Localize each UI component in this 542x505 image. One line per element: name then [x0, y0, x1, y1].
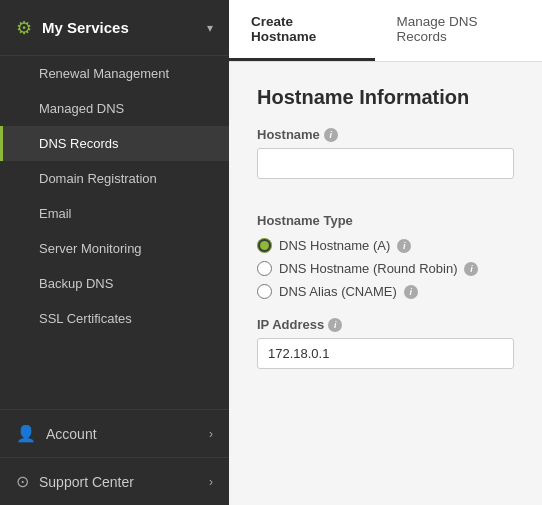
sidebar-item-ssl-certificates[interactable]: SSL Certificates: [0, 301, 229, 336]
radio-label-a: DNS Hostname (A): [279, 238, 390, 253]
hostname-label: Hostname i: [257, 127, 514, 142]
account-label: Account: [46, 426, 209, 442]
form-area: Hostname Information Hostname i Hostname…: [229, 62, 542, 427]
sidebar-item-managed-dns[interactable]: Managed DNS: [0, 91, 229, 126]
hostname-a-info-icon[interactable]: i: [397, 239, 411, 253]
ip-address-input[interactable]: [257, 338, 514, 369]
sidebar-item-email[interactable]: Email: [0, 196, 229, 231]
hostname-cname-info-icon[interactable]: i: [404, 285, 418, 299]
radio-dns-hostname-a[interactable]: DNS Hostname (A) i: [257, 238, 514, 253]
radio-input-a[interactable]: [257, 238, 272, 253]
radio-label-rr: DNS Hostname (Round Robin): [279, 261, 457, 276]
hostname-type-section: Hostname Type DNS Hostname (A) i DNS Hos…: [257, 213, 514, 299]
account-icon: 👤: [16, 424, 36, 443]
ip-address-group: IP Address i: [257, 317, 514, 387]
chevron-right-icon: ›: [209, 475, 213, 489]
sidebar-item-label: Renewal Management: [39, 66, 169, 81]
gear-icon: ⚙: [16, 17, 32, 39]
sidebar-item-dns-records[interactable]: DNS Records: [0, 126, 229, 161]
support-label: Support Center: [39, 474, 209, 490]
sidebar-item-label: DNS Records: [39, 136, 118, 151]
support-icon: ⊙: [16, 472, 29, 491]
sidebar-item-label: Managed DNS: [39, 101, 124, 116]
radio-dns-hostname-rr[interactable]: DNS Hostname (Round Robin) i: [257, 261, 514, 276]
sidebar-item-domain-registration[interactable]: Domain Registration: [0, 161, 229, 196]
form-section-title: Hostname Information: [257, 86, 514, 109]
chevron-right-icon: ›: [209, 427, 213, 441]
sidebar-item-label: Server Monitoring: [39, 241, 142, 256]
radio-label-cname: DNS Alias (CNAME): [279, 284, 397, 299]
sidebar-section-support-center[interactable]: ⊙ Support Center ›: [0, 457, 229, 505]
hostname-group: Hostname i: [257, 127, 514, 197]
tabs-bar: Create Hostname Manage DNS Records: [229, 0, 542, 62]
sidebar-item-renewal-management[interactable]: Renewal Management: [0, 56, 229, 91]
sidebar-nav: Renewal Management Managed DNS DNS Recor…: [0, 56, 229, 409]
sidebar: ⚙ My Services ▾ Renewal Management Manag…: [0, 0, 229, 505]
sidebar-item-label: Backup DNS: [39, 276, 113, 291]
sidebar-section-account[interactable]: 👤 Account ›: [0, 409, 229, 457]
sidebar-item-label: Email: [39, 206, 72, 221]
hostname-input[interactable]: [257, 148, 514, 179]
sidebar-header[interactable]: ⚙ My Services ▾: [0, 0, 229, 56]
sidebar-item-label: SSL Certificates: [39, 311, 132, 326]
tab-create-hostname[interactable]: Create Hostname: [229, 0, 375, 61]
radio-dns-alias-cname[interactable]: DNS Alias (CNAME) i: [257, 284, 514, 299]
hostname-type-label: Hostname Type: [257, 213, 514, 228]
tab-manage-dns-records[interactable]: Manage DNS Records: [375, 0, 542, 61]
chevron-down-icon: ▾: [207, 21, 213, 35]
radio-input-cname[interactable]: [257, 284, 272, 299]
sidebar-title: My Services: [42, 19, 207, 36]
sidebar-item-label: Domain Registration: [39, 171, 157, 186]
hostname-rr-info-icon[interactable]: i: [464, 262, 478, 276]
ip-info-icon[interactable]: i: [328, 318, 342, 332]
sidebar-item-backup-dns[interactable]: Backup DNS: [0, 266, 229, 301]
ip-address-label: IP Address i: [257, 317, 514, 332]
radio-input-rr[interactable]: [257, 261, 272, 276]
main-content: Create Hostname Manage DNS Records Hostn…: [229, 0, 542, 505]
hostname-info-icon[interactable]: i: [324, 128, 338, 142]
sidebar-item-server-monitoring[interactable]: Server Monitoring: [0, 231, 229, 266]
